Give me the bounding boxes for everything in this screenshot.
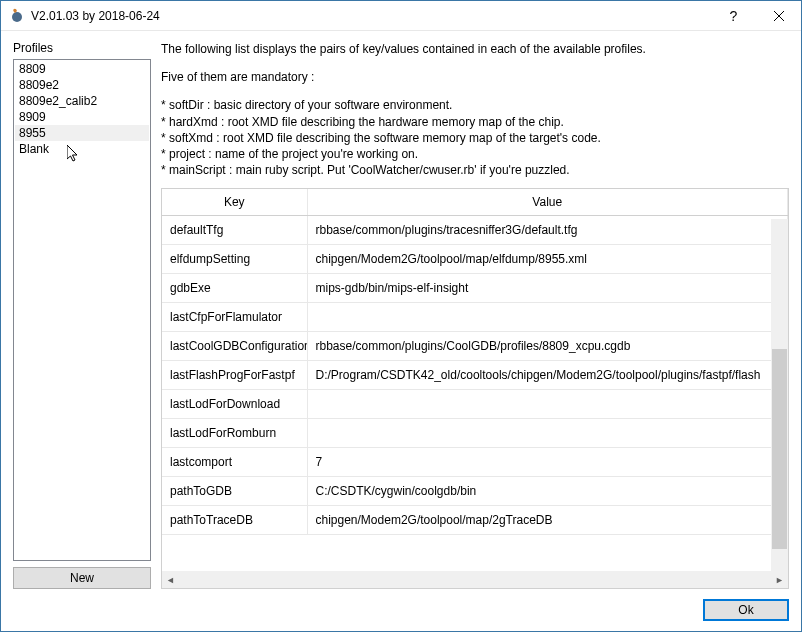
cell-value[interactable]: rbbase/common/plugins/CoolGDB/profiles/8…: [307, 332, 788, 361]
ok-button[interactable]: Ok: [703, 599, 789, 621]
scroll-right-icon[interactable]: ►: [771, 571, 788, 588]
column-header-key[interactable]: Key: [162, 189, 307, 216]
cell-key[interactable]: lastLodForRomburn: [162, 419, 307, 448]
profile-item[interactable]: 8809e2_calib2: [15, 93, 149, 109]
cell-value[interactable]: [307, 390, 788, 419]
kv-table: Key Value defaultTfgrbbase/common/plugin…: [161, 188, 789, 589]
close-button[interactable]: [756, 1, 801, 30]
table-row[interactable]: pathToGDBC:/CSDTK/cygwin/coolgdb/bin: [162, 477, 788, 506]
column-header-value[interactable]: Value: [307, 189, 788, 216]
cell-key[interactable]: lastCfpForFlamulator: [162, 303, 307, 332]
profile-list[interactable]: 88098809e28809e2_calib289098955Blank: [13, 59, 151, 561]
table-row[interactable]: lastcomport7: [162, 448, 788, 477]
profiles-label: Profiles: [13, 41, 151, 55]
table-row[interactable]: lastCoolGDBConfigurationrbbase/common/pl…: [162, 332, 788, 361]
cell-value[interactable]: chipgen/Modem2G/toolpool/map/elfdump/895…: [307, 245, 788, 274]
cell-value[interactable]: mips-gdb/bin/mips-elf-insight: [307, 274, 788, 303]
cell-key[interactable]: elfdumpSetting: [162, 245, 307, 274]
cell-key[interactable]: pathToGDB: [162, 477, 307, 506]
vertical-scrollbar[interactable]: [771, 219, 788, 571]
table-row[interactable]: gdbExemips-gdb/bin/mips-elf-insight: [162, 274, 788, 303]
cell-key[interactable]: pathToTraceDB: [162, 506, 307, 535]
table-row[interactable]: lastLodForDownload: [162, 390, 788, 419]
cell-key[interactable]: lastCoolGDBConfiguration: [162, 332, 307, 361]
app-icon: [9, 8, 25, 24]
horizontal-scrollbar[interactable]: ◄ ►: [162, 571, 788, 588]
cell-value[interactable]: [307, 303, 788, 332]
profile-item[interactable]: 8955: [15, 125, 149, 141]
table-row[interactable]: elfdumpSettingchipgen/Modem2G/toolpool/m…: [162, 245, 788, 274]
profiles-panel: Profiles 88098809e28809e2_calib289098955…: [13, 41, 151, 589]
description-bullet: * softDir : basic directory of your soft…: [161, 97, 789, 113]
profile-item[interactable]: Blank: [15, 141, 149, 157]
help-button[interactable]: ?: [711, 1, 756, 30]
cell-value[interactable]: D:/Program/CSDTK42_old/cooltools/chipgen…: [307, 361, 788, 390]
horizontal-scrollbar-thumb[interactable]: [179, 573, 771, 586]
cell-key[interactable]: lastLodForDownload: [162, 390, 307, 419]
description-mandatory-heading: Five of them are mandatory :: [161, 69, 789, 85]
cell-value[interactable]: rbbase/common/plugins/tracesniffer3G/def…: [307, 216, 788, 245]
scroll-left-icon[interactable]: ◄: [162, 571, 179, 588]
cell-value[interactable]: chipgen/Modem2G/toolpool/map/2gTraceDB: [307, 506, 788, 535]
profile-item[interactable]: 8909: [15, 109, 149, 125]
cell-value[interactable]: 7: [307, 448, 788, 477]
profile-item[interactable]: 8809: [15, 61, 149, 77]
cell-value[interactable]: [307, 419, 788, 448]
description-text: The following list displays the pairs of…: [161, 41, 789, 178]
svg-point-0: [12, 12, 22, 22]
vertical-scrollbar-thumb[interactable]: [772, 349, 787, 549]
window-title: V2.01.03 by 2018-06-24: [31, 9, 160, 23]
description-bullet: * hardXmd : root XMD file describing the…: [161, 114, 789, 130]
description-bullet: * mainScript : main ruby script. Put 'Co…: [161, 162, 789, 178]
cell-key[interactable]: lastFlashProgForFastpf: [162, 361, 307, 390]
new-button[interactable]: New: [13, 567, 151, 589]
cell-key[interactable]: gdbExe: [162, 274, 307, 303]
description-bullet: * softXmd : root XMD file describing the…: [161, 130, 789, 146]
titlebar: V2.01.03 by 2018-06-24 ?: [1, 1, 801, 31]
cell-key[interactable]: lastcomport: [162, 448, 307, 477]
profile-item[interactable]: 8809e2: [15, 77, 149, 93]
cell-value[interactable]: C:/CSDTK/cygwin/coolgdb/bin: [307, 477, 788, 506]
table-row[interactable]: lastFlashProgForFastpfD:/Program/CSDTK42…: [162, 361, 788, 390]
cell-key[interactable]: defaultTfg: [162, 216, 307, 245]
table-row[interactable]: lastCfpForFlamulator: [162, 303, 788, 332]
table-row[interactable]: lastLodForRomburn: [162, 419, 788, 448]
table-row[interactable]: pathToTraceDBchipgen/Modem2G/toolpool/ma…: [162, 506, 788, 535]
description-intro: The following list displays the pairs of…: [161, 41, 789, 57]
description-bullet: * project : name of the project you're w…: [161, 146, 789, 162]
table-row[interactable]: defaultTfgrbbase/common/plugins/tracesni…: [162, 216, 788, 245]
